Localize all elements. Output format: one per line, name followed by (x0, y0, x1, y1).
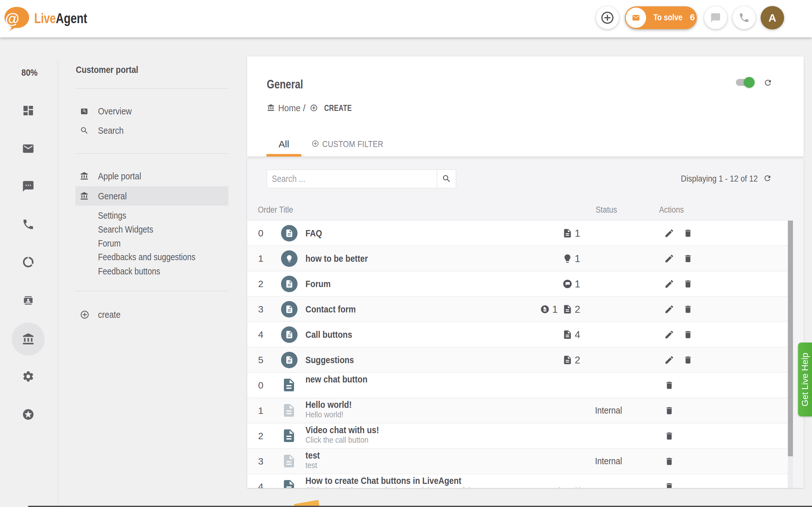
svg-text:Agent: Agent (56, 10, 87, 26)
svg-text:@: @ (5, 10, 19, 27)
svg-text:Live: Live (34, 10, 56, 26)
